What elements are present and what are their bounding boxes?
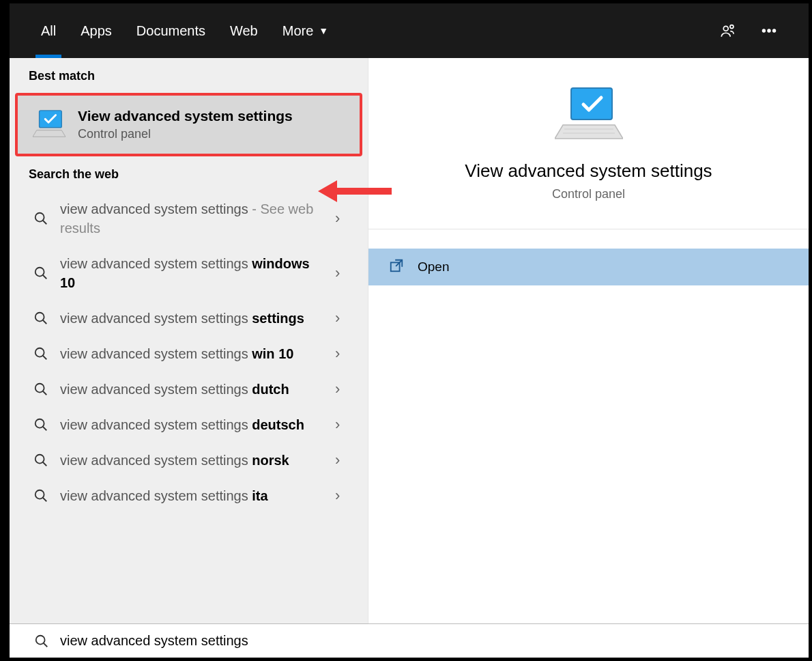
tab-documents[interactable]: Documents	[124, 3, 218, 58]
web-result-text: view advanced system settings - See web …	[60, 199, 335, 238]
chevron-right-icon: ›	[335, 487, 354, 505]
search-icon	[31, 382, 50, 397]
section-search-web: Search the web	[10, 156, 368, 191]
chevron-right-icon: ›	[335, 309, 354, 327]
results-panel: Best match View advanced system settings…	[10, 58, 368, 623]
tab-apps[interactable]: Apps	[68, 3, 124, 58]
search-bar[interactable]	[10, 623, 809, 658]
web-result-1[interactable]: view advanced system settings windows 10…	[10, 246, 368, 300]
preview-icon	[555, 85, 623, 151]
chevron-right-icon: ›	[335, 451, 354, 469]
svg-line-29	[44, 643, 48, 647]
svg-point-6	[35, 213, 44, 222]
svg-point-20	[35, 490, 44, 499]
svg-point-8	[35, 268, 44, 277]
chevron-right-icon: ›	[335, 416, 354, 434]
top-tab-bar: All Apps Documents Web More ▼	[10, 3, 809, 58]
svg-point-28	[36, 635, 45, 644]
chevron-right-icon: ›	[335, 380, 354, 398]
search-icon	[31, 417, 50, 432]
svg-point-10	[35, 313, 44, 322]
svg-line-9	[43, 275, 47, 279]
web-result-text: view advanced system settings windows 10	[60, 254, 335, 292]
search-icon	[31, 311, 50, 326]
best-match-subtitle: Control panel	[78, 127, 293, 141]
preview-subtitle: Control panel	[552, 187, 625, 201]
chevron-right-icon: ›	[335, 264, 354, 282]
open-external-icon	[389, 258, 404, 276]
action-open-label: Open	[418, 259, 449, 275]
people-icon	[719, 22, 737, 40]
svg-line-19	[43, 462, 47, 466]
svg-point-3	[768, 29, 770, 32]
svg-line-17	[43, 427, 47, 431]
tab-more-label: More	[282, 23, 314, 39]
web-result-text: view advanced system settings ita	[60, 486, 335, 505]
search-icon	[31, 488, 50, 503]
search-icon	[31, 266, 50, 281]
web-result-text: view advanced system settings dutch	[60, 380, 335, 399]
best-match-result[interactable]: View advanced system settings Control pa…	[15, 93, 362, 156]
tab-web[interactable]: Web	[218, 3, 270, 58]
search-icon	[31, 346, 50, 361]
search-icon	[34, 634, 49, 649]
svg-line-11	[43, 320, 47, 324]
web-result-3[interactable]: view advanced system settings win 10›	[10, 336, 368, 371]
web-result-text: view advanced system settings settings	[60, 309, 335, 328]
search-input[interactable]	[60, 633, 795, 649]
web-result-4[interactable]: view advanced system settings dutch›	[10, 371, 368, 407]
action-open[interactable]: Open	[368, 249, 809, 285]
tab-all[interactable]: All	[29, 3, 68, 58]
web-result-0[interactable]: view advanced system settings - See web …	[10, 191, 368, 246]
web-result-6[interactable]: view advanced system settings norsk›	[10, 442, 368, 478]
svg-line-15	[43, 391, 47, 395]
chevron-down-icon: ▼	[319, 25, 328, 36]
ellipsis-icon	[760, 22, 778, 40]
chevron-right-icon: ›	[335, 210, 354, 227]
chevron-right-icon: ›	[335, 345, 354, 363]
preview-panel: View advanced system settings Control pa…	[368, 58, 809, 623]
svg-rect-22	[571, 88, 612, 119]
svg-point-12	[35, 348, 44, 357]
svg-line-7	[43, 221, 47, 225]
feedback-button[interactable]	[708, 3, 749, 58]
more-options-button[interactable]	[749, 3, 789, 58]
svg-point-18	[35, 455, 44, 464]
web-result-text: view advanced system settings norsk	[60, 451, 335, 470]
svg-point-14	[35, 384, 44, 393]
web-result-text: view advanced system settings win 10	[60, 344, 335, 363]
monitor-check-icon	[33, 109, 66, 141]
preview-title: View advanced system settings	[465, 160, 712, 182]
web-result-7[interactable]: view advanced system settings ita›	[10, 478, 368, 514]
web-result-2[interactable]: view advanced system settings settings›	[10, 300, 368, 336]
tab-more[interactable]: More ▼	[270, 3, 340, 58]
search-icon	[31, 453, 50, 468]
svg-point-4	[772, 29, 775, 32]
web-result-text: view advanced system settings deutsch	[60, 415, 335, 434]
svg-point-16	[35, 419, 44, 428]
svg-line-13	[43, 356, 47, 360]
svg-point-1	[730, 25, 734, 29]
svg-point-0	[723, 26, 728, 31]
search-icon	[31, 211, 50, 226]
best-match-title: View advanced system settings	[78, 108, 293, 124]
svg-line-21	[43, 498, 47, 502]
web-result-5[interactable]: view advanced system settings deutsch›	[10, 407, 368, 442]
svg-point-2	[762, 29, 765, 32]
section-best-match: Best match	[10, 58, 368, 93]
